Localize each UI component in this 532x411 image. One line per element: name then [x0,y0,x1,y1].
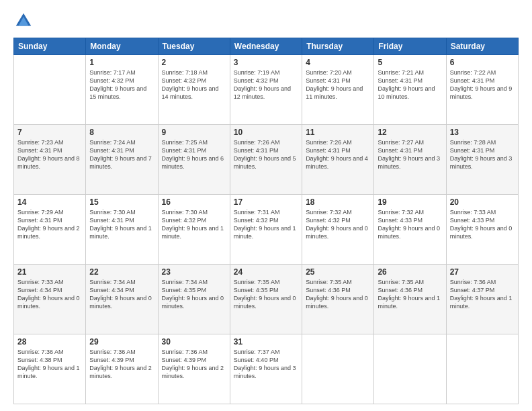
day-cell: 26Sunrise: 7:35 AMSunset: 4:36 PMDayligh… [374,265,446,334]
day-number: 1 [89,58,154,67]
day-info: Sunrise: 7:34 AMSunset: 4:35 PMDaylight:… [162,278,226,311]
logo [13,11,36,31]
day-info: Sunrise: 7:32 AMSunset: 4:32 PMDaylight:… [306,208,370,241]
day-cell: 23Sunrise: 7:34 AMSunset: 4:35 PMDayligh… [158,265,230,334]
day-cell: 29Sunrise: 7:36 AMSunset: 4:39 PMDayligh… [86,334,158,404]
day-number: 17 [234,197,298,207]
day-number: 28 [17,337,82,347]
day-number: 23 [162,267,226,277]
day-number: 19 [378,197,442,207]
day-info: Sunrise: 7:32 AMSunset: 4:33 PMDaylight:… [378,208,442,241]
week-row-1: 1Sunrise: 7:17 AMSunset: 4:32 PMDaylight… [14,55,519,125]
day-info: Sunrise: 7:34 AMSunset: 4:34 PMDaylight:… [89,278,154,311]
day-cell: 21Sunrise: 7:33 AMSunset: 4:34 PMDayligh… [14,265,86,334]
day-cell: 5Sunrise: 7:21 AMSunset: 4:31 PMDaylight… [374,55,446,125]
day-cell [374,334,446,404]
day-info: Sunrise: 7:28 AMSunset: 4:31 PMDaylight:… [450,138,515,171]
day-info: Sunrise: 7:23 AMSunset: 4:31 PMDaylight:… [17,138,82,171]
calendar: SundayMondayTuesdayWednesdayThursdayFrid… [13,38,519,404]
day-cell: 15Sunrise: 7:30 AMSunset: 4:31 PMDayligh… [86,195,158,265]
day-number: 2 [162,58,226,67]
day-header-sunday: Sunday [14,38,86,55]
calendar-header: SundayMondayTuesdayWednesdayThursdayFrid… [14,38,519,55]
day-number: 12 [378,128,442,137]
day-cell: 9Sunrise: 7:25 AMSunset: 4:31 PMDaylight… [158,125,230,195]
day-info: Sunrise: 7:36 AMSunset: 4:38 PMDaylight:… [17,348,82,381]
day-info: Sunrise: 7:35 AMSunset: 4:36 PMDaylight:… [306,278,370,311]
day-number: 10 [234,128,298,137]
day-number: 7 [17,128,82,137]
day-info: Sunrise: 7:37 AMSunset: 4:40 PMDaylight:… [234,348,298,381]
header [13,11,519,31]
day-number: 13 [450,128,515,137]
day-info: Sunrise: 7:33 AMSunset: 4:33 PMDaylight:… [450,208,515,241]
day-info: Sunrise: 7:29 AMSunset: 4:31 PMDaylight:… [17,208,82,241]
day-number: 24 [234,267,298,277]
day-number: 25 [306,267,370,277]
day-cell: 14Sunrise: 7:29 AMSunset: 4:31 PMDayligh… [14,195,86,265]
day-header-friday: Friday [374,38,446,55]
day-cell: 7Sunrise: 7:23 AMSunset: 4:31 PMDaylight… [14,125,86,195]
day-cell: 4Sunrise: 7:20 AMSunset: 4:31 PMDaylight… [302,55,374,125]
calendar-body: 1Sunrise: 7:17 AMSunset: 4:32 PMDaylight… [14,55,519,404]
week-row-4: 21Sunrise: 7:33 AMSunset: 4:34 PMDayligh… [14,265,519,334]
day-number: 27 [450,267,515,277]
day-cell [302,334,374,404]
day-number: 3 [234,58,298,67]
day-number: 26 [378,267,442,277]
day-cell: 13Sunrise: 7:28 AMSunset: 4:31 PMDayligh… [446,125,518,195]
week-row-5: 28Sunrise: 7:36 AMSunset: 4:38 PMDayligh… [14,334,519,404]
day-info: Sunrise: 7:27 AMSunset: 4:31 PMDaylight:… [378,138,442,171]
day-info: Sunrise: 7:33 AMSunset: 4:34 PMDaylight:… [17,278,82,311]
day-info: Sunrise: 7:30 AMSunset: 4:32 PMDaylight:… [162,208,226,241]
day-info: Sunrise: 7:35 AMSunset: 4:36 PMDaylight:… [378,278,442,311]
day-number: 15 [89,197,154,207]
week-row-3: 14Sunrise: 7:29 AMSunset: 4:31 PMDayligh… [14,195,519,265]
day-info: Sunrise: 7:36 AMSunset: 4:39 PMDaylight:… [162,348,226,381]
day-cell: 22Sunrise: 7:34 AMSunset: 4:34 PMDayligh… [86,265,158,334]
day-number: 16 [162,197,226,207]
day-cell: 28Sunrise: 7:36 AMSunset: 4:38 PMDayligh… [14,334,86,404]
day-cell: 1Sunrise: 7:17 AMSunset: 4:32 PMDaylight… [86,55,158,125]
day-cell: 16Sunrise: 7:30 AMSunset: 4:32 PMDayligh… [158,195,230,265]
day-number: 18 [306,197,370,207]
day-header-tuesday: Tuesday [158,38,230,55]
day-number: 11 [306,128,370,137]
day-info: Sunrise: 7:20 AMSunset: 4:31 PMDaylight:… [306,68,370,101]
day-cell [14,55,86,125]
day-info: Sunrise: 7:25 AMSunset: 4:31 PMDaylight:… [162,138,226,171]
day-info: Sunrise: 7:36 AMSunset: 4:39 PMDaylight:… [89,348,154,381]
day-cell: 10Sunrise: 7:26 AMSunset: 4:31 PMDayligh… [230,125,302,195]
day-info: Sunrise: 7:17 AMSunset: 4:32 PMDaylight:… [89,68,154,101]
day-cell: 31Sunrise: 7:37 AMSunset: 4:40 PMDayligh… [230,334,302,404]
day-cell: 2Sunrise: 7:18 AMSunset: 4:32 PMDaylight… [158,55,230,125]
day-number: 4 [306,58,370,67]
day-header-thursday: Thursday [302,38,374,55]
day-number: 8 [89,128,154,137]
day-number: 9 [162,128,226,137]
day-number: 20 [450,197,515,207]
day-number: 31 [234,337,298,347]
day-info: Sunrise: 7:22 AMSunset: 4:31 PMDaylight:… [450,68,515,101]
page: SundayMondayTuesdayWednesdayThursdayFrid… [0,0,532,411]
day-header-wednesday: Wednesday [230,38,302,55]
logo-icon [13,11,34,31]
day-info: Sunrise: 7:30 AMSunset: 4:31 PMDaylight:… [89,208,154,241]
day-cell: 12Sunrise: 7:27 AMSunset: 4:31 PMDayligh… [374,125,446,195]
day-number: 6 [450,58,515,67]
day-info: Sunrise: 7:35 AMSunset: 4:35 PMDaylight:… [234,278,298,311]
day-number: 21 [17,267,82,277]
week-row-2: 7Sunrise: 7:23 AMSunset: 4:31 PMDaylight… [14,125,519,195]
day-info: Sunrise: 7:26 AMSunset: 4:31 PMDaylight:… [306,138,370,171]
day-info: Sunrise: 7:24 AMSunset: 4:31 PMDaylight:… [89,138,154,171]
day-info: Sunrise: 7:21 AMSunset: 4:31 PMDaylight:… [378,68,442,101]
day-cell: 24Sunrise: 7:35 AMSunset: 4:35 PMDayligh… [230,265,302,334]
day-number: 22 [89,267,154,277]
day-cell: 17Sunrise: 7:31 AMSunset: 4:32 PMDayligh… [230,195,302,265]
day-cell: 20Sunrise: 7:33 AMSunset: 4:33 PMDayligh… [446,195,518,265]
day-cell: 11Sunrise: 7:26 AMSunset: 4:31 PMDayligh… [302,125,374,195]
day-info: Sunrise: 7:36 AMSunset: 4:37 PMDaylight:… [450,278,515,311]
day-cell: 18Sunrise: 7:32 AMSunset: 4:32 PMDayligh… [302,195,374,265]
day-header-monday: Monday [86,38,158,55]
day-number: 5 [378,58,442,67]
